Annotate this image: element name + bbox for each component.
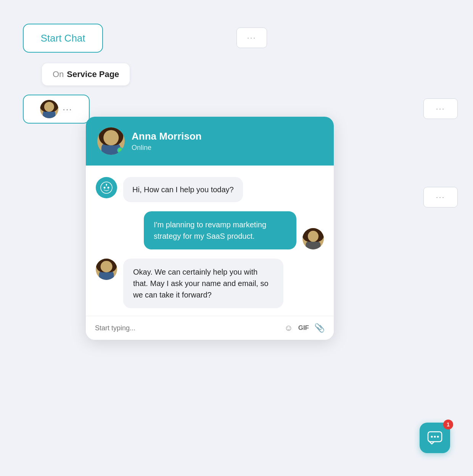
right-dots-button-2[interactable]: ··· <box>423 187 458 207</box>
online-indicator <box>117 147 123 153</box>
agent-bubble: Okay. We can certainly help you with tha… <box>123 259 283 308</box>
agent-status: Online <box>132 144 201 152</box>
emoji-icon[interactable]: ☺ <box>284 323 293 333</box>
svg-point-6 <box>431 436 433 438</box>
svg-point-1 <box>104 187 106 189</box>
chat-body: Hi, How can I help you today? I'm planni… <box>86 166 334 316</box>
svg-point-8 <box>437 436 439 438</box>
avatar-dots-button[interactable]: ··· <box>23 95 90 124</box>
dots-icon: ··· <box>436 105 445 113</box>
avatar <box>40 100 58 118</box>
user-bubble: I'm planning to revamp marketing strateg… <box>144 211 296 249</box>
bot-avatar <box>96 177 117 198</box>
agent-avatar-sm <box>96 259 117 280</box>
user-message-row: I'm planning to revamp marketing strateg… <box>96 211 324 249</box>
input-icons: ☺ GIF 📎 <box>284 323 325 333</box>
gif-icon[interactable]: GIF <box>298 324 309 332</box>
agent-message-row: Okay. We can certainly help you with tha… <box>96 259 324 308</box>
agent-info: Anna Morrison Online <box>132 130 201 152</box>
dots-icon: ··· <box>436 193 445 201</box>
chat-input[interactable] <box>95 324 278 332</box>
badge: 1 <box>443 420 453 429</box>
chat-header: Anna Morrison Online <box>86 117 334 166</box>
start-chat-label: Start Chat <box>40 32 85 44</box>
user-avatar <box>302 228 324 249</box>
start-chat-button[interactable]: Start Chat <box>23 24 103 53</box>
service-page-tag: On Service Page <box>42 63 130 85</box>
chat-widget-button[interactable]: 1 <box>420 423 450 453</box>
svg-point-0 <box>101 182 112 193</box>
page-text: Service Page <box>67 69 119 79</box>
on-text: On <box>53 69 64 79</box>
svg-point-7 <box>434 436 436 438</box>
svg-point-2 <box>108 187 109 189</box>
bot-bubble: Hi, How can I help you today? <box>123 177 243 202</box>
agent-name: Anna Morrison <box>132 130 201 142</box>
dots-icon: ··· <box>247 34 256 42</box>
dots-icon: ··· <box>63 105 73 114</box>
svg-point-3 <box>106 184 107 185</box>
chat-input-area: ☺ GIF 📎 <box>86 316 334 340</box>
top-right-dots-button[interactable]: ··· <box>236 27 267 48</box>
attachment-icon[interactable]: 📎 <box>314 323 325 333</box>
right-dots-button-1[interactable]: ··· <box>423 98 458 119</box>
chat-window: Anna Morrison Online Hi, How can I help … <box>86 117 334 340</box>
bot-message-row: Hi, How can I help you today? <box>96 177 324 202</box>
agent-avatar <box>97 127 125 155</box>
